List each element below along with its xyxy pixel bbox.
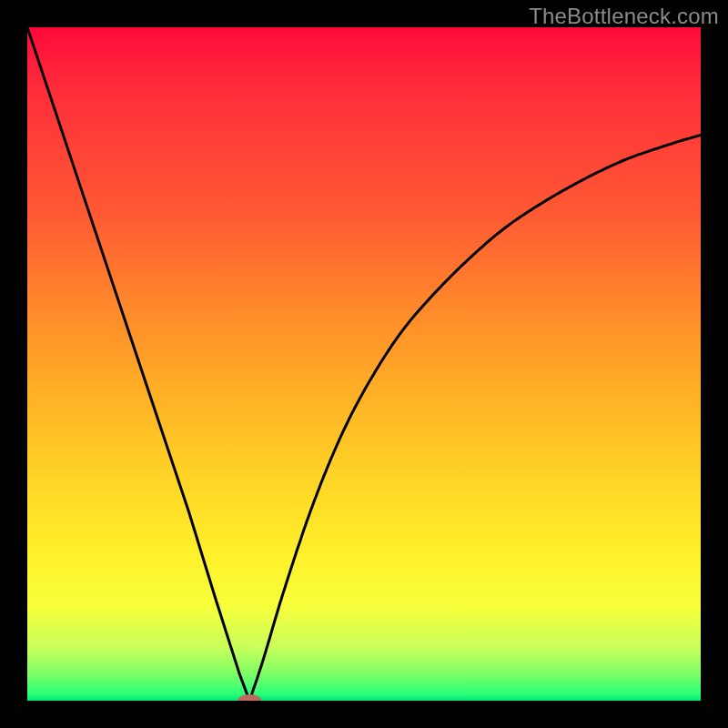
chart-frame: TheBottleneck.com (0, 0, 728, 728)
right-branch-line (249, 135, 701, 701)
left-branch-line (27, 27, 249, 701)
chart-svg (27, 27, 701, 701)
plot-area (27, 27, 701, 701)
minimum-marker (238, 694, 261, 701)
watermark-text: TheBottleneck.com (529, 4, 719, 29)
